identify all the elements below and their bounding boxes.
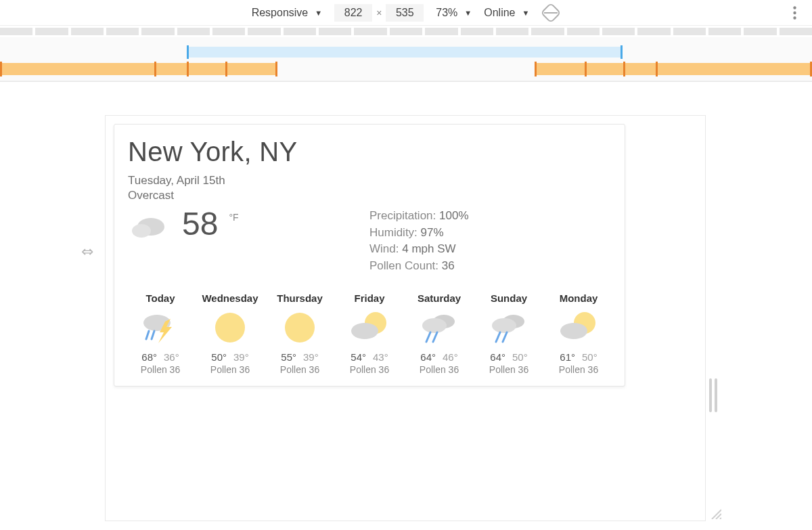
- stage: ⇔ New York, NY Tuesday, April 15th Overc…: [0, 81, 812, 530]
- forecast-temps: 64°46°: [407, 351, 472, 363]
- forecast-hi: 64°: [490, 351, 505, 363]
- current-row: 58 °F Precipitation: 100% Humidity: 97% …: [128, 208, 611, 275]
- pollen-value: 36: [442, 259, 455, 272]
- device-frame: New York, NY Tuesday, April 15th Overcas…: [106, 116, 705, 521]
- forecast-day[interactable]: Sunday64°50°Pollen 36: [476, 292, 541, 375]
- forecast-day-label: Thursday: [267, 292, 332, 304]
- forecast-day[interactable]: Friday54°43°Pollen 36: [337, 292, 402, 375]
- temp-unit: °F: [229, 212, 238, 223]
- humidity-label: Humidity:: [369, 226, 418, 239]
- height-input[interactable]: [386, 4, 424, 22]
- mq-max-bar-left[interactable]: [0, 63, 277, 75]
- caret-down-icon: ▼: [315, 9, 322, 17]
- forecast-day[interactable]: Wednesday50°39°Pollen 36: [198, 292, 263, 375]
- rotate-button[interactable]: [541, 3, 560, 22]
- width-input[interactable]: [334, 4, 372, 22]
- dimensions-group: ×: [334, 4, 424, 22]
- rain-icon: [476, 309, 541, 346]
- mq-tick: [623, 62, 625, 76]
- weather-card: New York, NY Tuesday, April 15th Overcas…: [114, 124, 625, 387]
- forecast-day[interactable]: Saturday64°46°Pollen 36: [407, 292, 472, 375]
- forecast-day-label: Sunday: [476, 292, 541, 304]
- mq-tick: [225, 62, 227, 76]
- forecast-temps: 54°43°: [337, 351, 402, 363]
- forecast-hi: 61°: [560, 351, 575, 363]
- kebab-icon: [793, 6, 796, 20]
- ruler[interactable]: [0, 26, 812, 37]
- wind-label: Wind:: [369, 242, 399, 255]
- forecast-day[interactable]: Thursday55°39°Pollen 36: [267, 292, 332, 375]
- times-label: ×: [376, 7, 382, 18]
- forecast-lo: 43°: [373, 351, 388, 363]
- sunny-icon: [267, 309, 332, 346]
- mq-tick: [656, 62, 658, 76]
- rain-icon: [407, 309, 472, 346]
- sunny-icon: [198, 309, 263, 346]
- pollen-label: Pollen Count:: [369, 259, 438, 272]
- mq-tick: [275, 62, 277, 76]
- precip-value: 100%: [439, 209, 468, 222]
- overcast-icon: [128, 208, 170, 242]
- current-stats: Precipitation: 100% Humidity: 97% Wind: …: [369, 208, 611, 275]
- rotate-icon: [541, 3, 560, 22]
- mq-range-bar[interactable]: [187, 47, 623, 58]
- forecast-hi: 54°: [351, 351, 366, 363]
- forecast-lo: 36°: [164, 351, 179, 363]
- resize-handle-left[interactable]: ⇔: [81, 243, 93, 261]
- forecast-lo: 46°: [443, 351, 458, 363]
- forecast-day-label: Wednesday: [198, 292, 263, 304]
- mq-tick: [585, 62, 587, 76]
- forecast-hi: 68°: [141, 351, 157, 363]
- forecast-day[interactable]: Monday61°50°Pollen 36: [546, 292, 611, 375]
- zoom-selector[interactable]: 73% ▼: [436, 7, 472, 19]
- svg-point-15: [793, 12, 796, 14]
- condition-label: Overcast: [128, 189, 611, 202]
- mq-tick: [187, 62, 189, 76]
- device-selector-label: Responsive: [252, 7, 309, 19]
- forecast-pollen: Pollen 36: [267, 364, 332, 375]
- forecast-day-label: Monday: [546, 292, 611, 304]
- forecast-pollen: Pollen 36: [128, 364, 193, 375]
- device-toolbar: Responsive ▼ × 73% ▼ Online ▼: [0, 0, 812, 26]
- forecast-day[interactable]: Today68°36°Pollen 36: [128, 292, 193, 375]
- mq-tick: [154, 62, 156, 76]
- device-selector[interactable]: Responsive ▼: [252, 7, 323, 19]
- more-menu-button[interactable]: [785, 0, 804, 26]
- media-query-bars[interactable]: [0, 37, 812, 81]
- forecast-hi: 64°: [420, 351, 436, 363]
- partly-sunny-icon: [546, 309, 611, 346]
- caret-down-icon: ▼: [522, 9, 529, 17]
- storm-icon: [128, 309, 193, 346]
- forecast-pollen: Pollen 36: [546, 364, 611, 375]
- forecast-lo: 39°: [303, 351, 319, 363]
- humidity-value: 97%: [421, 226, 444, 239]
- resize-corner-icon: [709, 507, 721, 519]
- forecast-day-label: Friday: [337, 292, 402, 304]
- forecast-hi: 50°: [211, 351, 227, 363]
- svg-line-19: [720, 518, 721, 519]
- zoom-label: 73%: [436, 7, 457, 19]
- network-label: Online: [484, 7, 515, 19]
- forecast-pollen: Pollen 36: [198, 364, 263, 375]
- network-selector[interactable]: Online ▼: [484, 7, 529, 19]
- resize-handle-right[interactable]: [709, 378, 721, 412]
- forecast-lo: 50°: [512, 351, 528, 363]
- forecast-day-label: Today: [128, 292, 193, 304]
- forecast-temps: 61°50°: [546, 351, 611, 363]
- forecast-temps: 55°39°: [267, 351, 332, 363]
- city-heading: New York, NY: [128, 137, 611, 167]
- current-temp-group: 58 °F: [128, 208, 369, 275]
- forecast-pollen: Pollen 36: [337, 364, 402, 375]
- svg-point-16: [793, 16, 796, 19]
- wind-value: 4 mph SW: [402, 242, 455, 255]
- mq-tick: [0, 62, 2, 76]
- forecast-row: Today68°36°Pollen 36Wednesday50°39°Polle…: [128, 292, 611, 375]
- caret-down-icon: ▼: [464, 9, 472, 17]
- partly-sunny-icon: [337, 309, 402, 346]
- mq-tick: [535, 62, 537, 76]
- forecast-temps: 68°36°: [128, 351, 193, 363]
- forecast-lo: 50°: [582, 351, 597, 363]
- forecast-temps: 64°50°: [476, 351, 541, 363]
- mq-min-bar-right[interactable]: [535, 63, 812, 75]
- resize-handle-corner[interactable]: [709, 507, 721, 519]
